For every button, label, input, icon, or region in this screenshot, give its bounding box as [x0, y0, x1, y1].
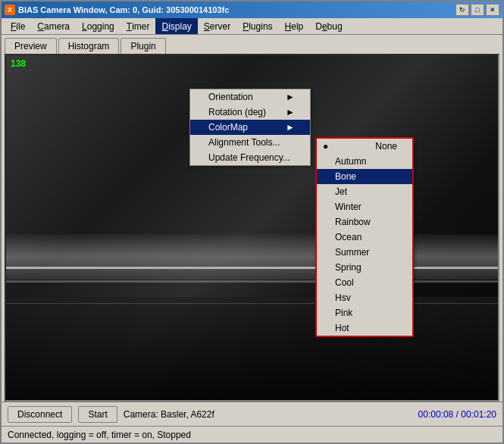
bottom-bar: Disconnect Start Camera: Basler, A622f 0… [2, 402, 502, 426]
tab-plugin[interactable]: Plugin [121, 38, 165, 54]
minimize-button[interactable]: ↻ [455, 4, 469, 16]
colormap-pink[interactable]: Pink [317, 305, 412, 320]
colormap-ocean[interactable]: Ocean [317, 230, 412, 245]
frame-counter: 138 [11, 58, 26, 69]
title-bar-left: X BIAS Camera Window, Cam: 0, Guid: 3053… [5, 5, 229, 15]
window-title: BIAS Camera Window, Cam: 0, Guid: 305300… [18, 5, 229, 14]
display-dropdown: Orientation ► Rotation (deg) ► ColorMap … [189, 89, 311, 166]
colormap-autumn[interactable]: Autumn [317, 154, 412, 169]
colormap-bone[interactable]: Bone [317, 169, 412, 184]
maximize-button[interactable]: □ [471, 4, 484, 16]
menu-logging[interactable]: Logging [76, 18, 121, 34]
colormap-rainbow[interactable]: Rainbow [317, 214, 412, 230]
colormap-hsv[interactable]: Hsv [317, 290, 412, 305]
colormap-summer[interactable]: Summer [317, 245, 412, 260]
content-area: 138 Orientation ► Rotation (deg) ► Color… [5, 54, 499, 402]
main-window: X BIAS Camera Window, Cam: 0, Guid: 3053… [0, 0, 504, 444]
tab-preview[interactable]: Preview [5, 38, 57, 54]
menu-update-frequency[interactable]: Update Frequency... [190, 150, 310, 165]
colormap-hot[interactable]: Hot [317, 320, 412, 336]
colormap-dropdown: ● None Autumn Bone Jet Winter Rainbow [315, 137, 414, 337]
menu-display[interactable]: Display [155, 18, 197, 34]
colormap-jet[interactable]: Jet [317, 184, 412, 199]
colormap-spring[interactable]: Spring [317, 260, 412, 275]
arrow-icon2: ► [286, 107, 295, 117]
arrow-icon3: ► [286, 122, 295, 133]
menu-bar: File Camera Logging Timer Display Server… [2, 18, 502, 35]
menu-server[interactable]: Server [198, 18, 236, 34]
tab-histogram[interactable]: Histogram [58, 38, 120, 54]
status-text: Connected, logging = off, timer = on, St… [8, 430, 191, 440]
arrow-icon: ► [286, 92, 295, 102]
menu-colormap[interactable]: ColorMap ► [190, 120, 310, 135]
bottom-shadow [6, 297, 498, 401]
menu-file[interactable]: File [5, 18, 31, 34]
disconnect-button[interactable]: Disconnect [8, 406, 72, 423]
colormap-none[interactable]: ● None [317, 139, 412, 154]
menu-alignment-tools[interactable]: Alignment Tools... [190, 135, 310, 150]
menu-orientation[interactable]: Orientation ► [190, 89, 310, 105]
time-display: 00:00:08 / 00:01:20 [418, 409, 496, 420]
title-bar-controls: ↻ □ ✕ [455, 4, 499, 16]
tabs-bar: Preview Histogram Plugin [2, 35, 502, 54]
bar2 [6, 280, 498, 283]
menu-debug[interactable]: Debug [309, 18, 348, 34]
app-icon: X [5, 5, 15, 15]
status-bar: Connected, logging = off, timer = on, St… [2, 426, 502, 442]
menu-camera[interactable]: Camera [31, 18, 76, 34]
dot-indicator: ● [323, 141, 328, 152]
colormap-cool[interactable]: Cool [317, 275, 412, 290]
menu-plugins[interactable]: Plugins [236, 18, 278, 34]
menu-help[interactable]: Help [279, 18, 310, 34]
colormap-winter[interactable]: Winter [317, 199, 412, 214]
menu-timer[interactable]: Timer [121, 18, 156, 34]
bar1 [6, 267, 498, 269]
camera-info: Camera: Basler, A622f [124, 409, 412, 420]
menu-rotation[interactable]: Rotation (deg) ► [190, 105, 310, 120]
title-bar: X BIAS Camera Window, Cam: 0, Guid: 3053… [2, 2, 502, 18]
close-button[interactable]: ✕ [486, 4, 499, 16]
start-button[interactable]: Start [78, 406, 117, 423]
rail-highlight [6, 234, 498, 280]
